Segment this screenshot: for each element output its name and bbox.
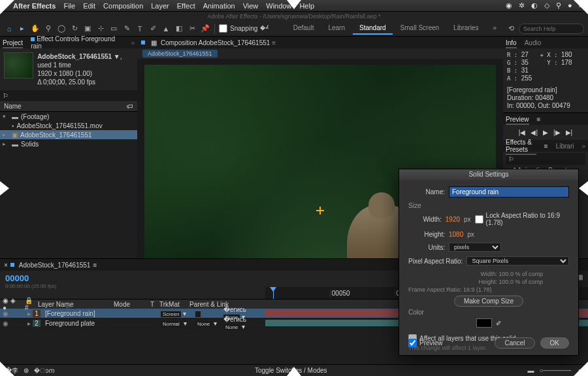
hand-tool-icon[interactable]: ✋ bbox=[30, 24, 41, 34]
shape-tool-icon[interactable]: ▭ bbox=[108, 24, 119, 34]
composition-breadcrumb[interactable]: AdobeStock_176461551 bbox=[142, 50, 218, 58]
color-swatch[interactable] bbox=[476, 318, 492, 328]
search-help-input[interactable] bbox=[519, 24, 584, 34]
workspace-learn[interactable]: Learn bbox=[321, 22, 351, 35]
menu-file[interactable]: File bbox=[63, 2, 75, 10]
app-name[interactable]: After Effects bbox=[13, 2, 56, 10]
eyedropper-icon[interactable]: ✐ bbox=[496, 320, 501, 327]
last-frame-icon[interactable]: ▶| bbox=[566, 129, 573, 136]
playhead[interactable] bbox=[273, 287, 274, 299]
wifi-icon[interactable]: ◇ bbox=[544, 1, 549, 10]
workspace-more-icon[interactable]: » bbox=[486, 22, 503, 35]
gear-icon[interactable]: ✲ bbox=[519, 1, 525, 10]
text-tool-icon[interactable]: T bbox=[135, 24, 145, 34]
search-icon[interactable]: ⚲ bbox=[556, 1, 561, 10]
selection-tool-icon[interactable]: ▸ bbox=[17, 24, 27, 34]
tree-folder-solids[interactable]: ▸▬Solids bbox=[0, 139, 137, 148]
color-section-label: Color bbox=[408, 309, 569, 316]
name-label: Name: bbox=[408, 188, 445, 196]
timeline-tab[interactable]: AdobeStock_176461551 bbox=[19, 262, 91, 269]
units-dropdown[interactable]: pixels bbox=[449, 243, 501, 252]
puppet-tool-icon[interactable]: 📌 bbox=[200, 24, 210, 34]
zoom-slider[interactable]: ○────── bbox=[540, 367, 572, 374]
eraser-tool-icon[interactable]: ◧ bbox=[174, 24, 184, 34]
column-tags-icon[interactable]: 🏷 bbox=[127, 102, 133, 111]
menu-effect[interactable]: Effect bbox=[177, 2, 195, 10]
par-dropdown[interactable]: Square Pixels bbox=[466, 256, 569, 265]
orbit-tool-icon[interactable]: ◯ bbox=[56, 24, 67, 34]
siri-icon[interactable]: ● bbox=[568, 1, 572, 10]
width-value[interactable]: 1920 bbox=[446, 216, 460, 223]
tl-opt-icon[interactable]: ⊛ bbox=[24, 367, 29, 374]
camera-tool-icon[interactable]: ▣ bbox=[82, 24, 93, 34]
volume-icon[interactable]: ◐ bbox=[531, 1, 538, 10]
menu-help[interactable]: Help bbox=[299, 2, 314, 10]
parent-dropdown[interactable]: None bbox=[223, 324, 240, 330]
preview-checkbox[interactable]: Preview bbox=[408, 339, 443, 347]
sync-icon[interactable]: ⟲ bbox=[506, 24, 516, 34]
play-icon[interactable]: ▶ bbox=[543, 129, 548, 136]
info-xy: + X : 180 Y : 178 bbox=[540, 51, 572, 82]
sub-width: Width: 100.0 % of comp bbox=[408, 270, 569, 278]
mode-dropdown[interactable]: Normal bbox=[161, 321, 182, 327]
snapping-toggle[interactable]: Snapping �ⰼ bbox=[219, 24, 269, 33]
layer-name[interactable]: Foreground plate bbox=[42, 320, 159, 327]
libraries-tab[interactable]: Librari bbox=[556, 143, 574, 150]
next-frame-icon[interactable]: |▶ bbox=[553, 129, 561, 136]
height-value[interactable]: 1080 bbox=[449, 231, 463, 238]
menu-animation[interactable]: Animation bbox=[203, 2, 235, 10]
audio-tab[interactable]: Audio bbox=[525, 39, 542, 46]
tree-item-comp[interactable]: ▸▣AdobeStock_176461551 bbox=[0, 130, 137, 139]
prev-frame-icon[interactable]: ◀| bbox=[531, 129, 538, 136]
rotate-tool-icon[interactable]: ↻ bbox=[69, 24, 80, 34]
workspace-small[interactable]: Small Screen bbox=[394, 22, 446, 35]
workspace-standard[interactable]: Standard bbox=[353, 22, 393, 35]
timeline-timecode-sub: 0:00:00:00 (25.00 fps) bbox=[5, 283, 260, 289]
info-inout: In: 00000, Out: 00479 bbox=[507, 102, 584, 110]
ok-button[interactable]: OK bbox=[540, 337, 569, 349]
info-duration: Duration: 00480 bbox=[507, 94, 584, 102]
info-tab[interactable]: Info bbox=[506, 39, 517, 46]
info-layer: [Foreground rain] bbox=[507, 86, 584, 94]
workspace-libraries[interactable]: Libraries bbox=[447, 22, 485, 35]
comp-name: AdobeStock_176461551 bbox=[37, 53, 112, 60]
timeline-timecode[interactable]: 00000 bbox=[5, 273, 260, 283]
cc-icon[interactable]: ◉ bbox=[506, 1, 512, 10]
zoom-tool-icon[interactable]: ⚲ bbox=[43, 24, 54, 34]
sub-far: Frame Aspect Ratio: 16:9 (1.78) bbox=[408, 286, 569, 294]
par-label: Pixel Aspect Ratio: bbox=[408, 258, 463, 265]
cancel-button[interactable]: Cancel bbox=[495, 337, 534, 349]
project-search-input[interactable] bbox=[8, 93, 135, 99]
search-icon[interactable]: ⚐ bbox=[65, 303, 71, 311]
tree-item-mov[interactable]: ▪AdobeStock_176461551.mov bbox=[0, 121, 137, 130]
effect-controls-tab[interactable]: Effect Controls Foreground rain bbox=[31, 35, 123, 50]
zoom-out-icon[interactable]: ▬ bbox=[528, 367, 534, 374]
home-icon[interactable]: ⌂ bbox=[4, 24, 14, 34]
close-tab-icon[interactable]: × bbox=[4, 262, 8, 269]
workspace-default[interactable]: Default bbox=[287, 22, 321, 35]
column-name[interactable]: Name bbox=[4, 102, 22, 111]
menu-view[interactable]: View bbox=[243, 2, 259, 10]
sub-height: Height: 100.0 % of comp bbox=[408, 278, 569, 286]
effects-presets-tab[interactable]: Effects & Presets bbox=[506, 139, 536, 153]
first-frame-icon[interactable]: |◀ bbox=[519, 129, 526, 136]
anchor-tool-icon[interactable]: ⊹ bbox=[95, 24, 106, 34]
tl-opt-icon[interactable]: �ാന bbox=[34, 367, 54, 375]
panel-more-icon[interactable]: » bbox=[131, 39, 135, 46]
trkmat-dropdown[interactable]: None bbox=[195, 321, 212, 327]
project-tab[interactable]: Project bbox=[3, 39, 23, 46]
menu-layer[interactable]: Layer bbox=[151, 2, 169, 10]
roto-tool-icon[interactable]: ✂ bbox=[187, 24, 197, 34]
visibility-icon[interactable]: ◉ bbox=[3, 320, 10, 327]
tree-folder-footage[interactable]: ▾▬(Footage) bbox=[0, 112, 137, 121]
solid-settings-dialog: Solid Settings Name: Size Width: 1920 px… bbox=[399, 169, 579, 356]
preview-tab[interactable]: Preview bbox=[506, 116, 529, 123]
stamp-tool-icon[interactable]: ▲ bbox=[161, 24, 171, 34]
make-comp-size-button[interactable]: Make Comp Size bbox=[454, 296, 523, 307]
menu-composition[interactable]: Composition bbox=[103, 2, 143, 10]
lock-aspect-checkbox[interactable]: Lock Aspect Ratio to 16:9 (1.78) bbox=[475, 212, 569, 226]
name-input[interactable] bbox=[449, 186, 569, 197]
brush-tool-icon[interactable]: ✐ bbox=[148, 24, 158, 34]
pen-tool-icon[interactable]: ✎ bbox=[122, 24, 132, 34]
menu-edit[interactable]: Edit bbox=[83, 2, 95, 10]
